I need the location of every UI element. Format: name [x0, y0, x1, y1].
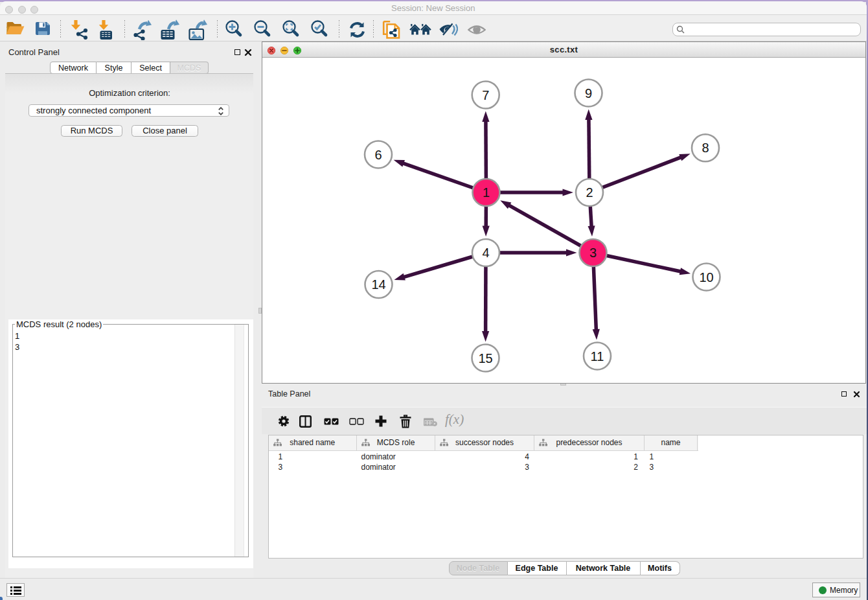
svg-text:15: 15: [478, 351, 492, 365]
svg-text:1: 1: [483, 185, 490, 200]
svg-text:14: 14: [371, 277, 385, 292]
svg-text:7: 7: [482, 88, 489, 102]
svg-text:8: 8: [702, 141, 709, 155]
svg-text:6: 6: [374, 148, 382, 162]
svg-text:3: 3: [589, 246, 597, 260]
svg-text:10: 10: [699, 270, 713, 284]
svg-text:4: 4: [482, 246, 489, 260]
svg-text:11: 11: [591, 349, 604, 363]
svg-text:2: 2: [586, 185, 593, 200]
svg-text:9: 9: [585, 86, 592, 100]
